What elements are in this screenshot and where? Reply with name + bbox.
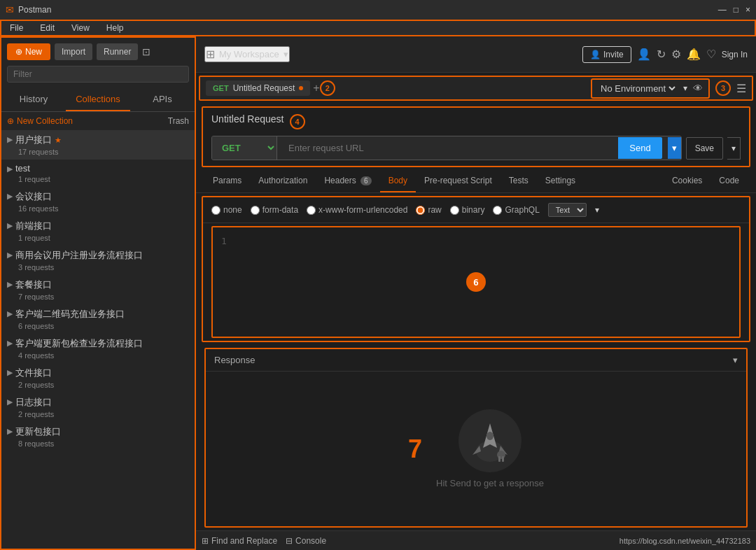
close-btn[interactable]: × — [746, 5, 750, 15]
plus-icon: ⊕ — [15, 47, 22, 57]
body-graphql-option[interactable]: GraphQL — [493, 205, 539, 215]
user-icon-btn[interactable]: 👤 — [637, 48, 651, 61]
body-urlencoded-radio[interactable] — [307, 206, 316, 215]
env-eye-btn[interactable]: 👁 — [693, 83, 703, 94]
req-tab-headers[interactable]: Headers 6 — [316, 170, 379, 192]
svg-rect-4 — [502, 456, 504, 462]
import-button[interactable]: Import — [55, 43, 92, 60]
line-number: 1 — [221, 236, 227, 246]
body-section: none form-data x-www-form-urlencoded raw… — [202, 196, 750, 342]
req-tab-prerequest[interactable]: Pre-request Script — [416, 170, 500, 192]
collection-count: 1 request — [15, 234, 189, 242]
new-collection-btn[interactable]: ⊕ New Collection — [7, 116, 73, 126]
runner-button[interactable]: Runner — [97, 43, 138, 60]
body-graphql-radio[interactable] — [493, 206, 502, 215]
collection-item[interactable]: ▶ 客户端二维码充值业务接口 6 requests — [1, 304, 195, 334]
body-badge: 6 — [466, 272, 486, 292]
collection-item[interactable]: ▶ test 1 request — [1, 160, 195, 187]
menu-edit[interactable]: Edit — [37, 22, 57, 34]
collection-item[interactable]: ▶ 更新包接口 8 requests — [1, 422, 195, 451]
workspace-dropdown-icon: ▾ — [284, 49, 288, 59]
body-raw-radio[interactable] — [416, 206, 425, 215]
request-title-area: Untitled Request 4 — [203, 108, 749, 136]
workspace-label: My Workspace — [219, 49, 279, 59]
request-tab[interactable]: GET Untitled Request — [206, 80, 310, 96]
collection-item[interactable]: ▶ 会议接口 16 requests — [1, 187, 195, 216]
collection-count: 3 requests — [15, 263, 189, 272]
body-binary-radio[interactable] — [450, 206, 459, 215]
body-options: none form-data x-www-form-urlencoded raw… — [203, 197, 749, 223]
collection-item[interactable]: ▶ 文件接口 2 requests — [1, 363, 195, 393]
body-none-radio[interactable] — [211, 206, 220, 215]
minimize-btn[interactable]: — — [718, 5, 727, 15]
collection-count: 17 requests — [15, 148, 189, 156]
filter-input[interactable] — [7, 66, 189, 83]
settings-icon-btn[interactable]: ⚙ — [671, 48, 681, 61]
title-bar-left: ✉ Postman — [6, 4, 51, 15]
notification-icon-btn[interactable]: 🔔 — [687, 48, 701, 61]
tab-method: GET — [213, 84, 229, 92]
refresh-icon-btn[interactable]: ↻ — [657, 48, 666, 61]
body-raw-option[interactable]: raw — [416, 205, 441, 215]
trash-btn[interactable]: Trash — [168, 116, 189, 126]
text-dropdown[interactable]: Text — [548, 203, 587, 217]
find-replace-btn[interactable]: ⊞ Find and Replace — [202, 536, 277, 546]
menu-bar: File Edit View Help — [0, 20, 756, 36]
req-tab-body[interactable]: Body — [380, 170, 416, 192]
collection-item[interactable]: ▶ 商用会议用户注册业务流程接口 3 requests — [1, 246, 195, 275]
req-tab-tests[interactable]: Tests — [500, 170, 537, 192]
env-dropdown[interactable]: No Environment — [598, 83, 678, 94]
cookies-link[interactable]: Cookies — [664, 170, 710, 192]
folder-icon: ▶ — [7, 427, 13, 436]
env-settings-btn[interactable]: ☰ — [736, 82, 746, 95]
collection-item[interactable]: ▶ 用户接口 ★ 17 requests — [1, 130, 195, 160]
req-tab-settings[interactable]: Settings — [537, 170, 584, 192]
req-tab-params[interactable]: Params — [204, 170, 250, 192]
save-dropdown-btn[interactable]: ▾ — [727, 137, 741, 160]
menu-help[interactable]: Help — [104, 22, 127, 34]
method-select[interactable]: GET POST PUT DELETE PATCH — [212, 136, 277, 160]
save-btn[interactable]: Save — [686, 137, 723, 160]
app-icon: ✉ — [6, 4, 14, 15]
collection-item[interactable]: ▶ 客户端更新包检查业务流程接口 4 requests — [1, 334, 195, 363]
body-none-option[interactable]: none — [211, 205, 242, 215]
response-dropdown[interactable]: ▾ — [733, 355, 738, 365]
menu-view[interactable]: View — [69, 22, 92, 34]
sidebar-tabs: History Collections APIs — [1, 88, 195, 112]
workspace-btn[interactable]: ⊞ My Workspace ▾ — [204, 46, 290, 62]
url-input[interactable] — [283, 137, 612, 159]
favorites-icon-btn[interactable]: ♡ — [706, 48, 716, 61]
tab-apis[interactable]: APIs — [130, 88, 195, 111]
invite-btn[interactable]: 👤 Invite — [582, 46, 631, 63]
env-badge: 3 — [715, 80, 731, 96]
tab-history[interactable]: History — [1, 88, 66, 111]
url-bar-wrapper: GET POST PUT DELETE PATCH Send ▾ Save ▾ — [211, 136, 741, 160]
new-button[interactable]: ⊕ My Workspace New — [7, 43, 50, 60]
console-btn[interactable]: ⊟ Console — [286, 536, 326, 546]
folder-icon: ▶ — [7, 368, 13, 377]
body-urlencoded-option[interactable]: x-www-form-urlencoded — [307, 205, 407, 215]
body-formdata-radio[interactable] — [251, 206, 260, 215]
sidebar-expand-btn[interactable]: ⊡ — [142, 46, 150, 57]
folder-icon: ▶ — [7, 221, 13, 230]
collection-count: 2 requests — [15, 410, 189, 418]
body-binary-option[interactable]: binary — [450, 205, 485, 215]
find-replace-icon: ⊞ — [202, 536, 209, 546]
code-link[interactable]: Code — [710, 170, 748, 192]
req-tab-auth[interactable]: Authorization — [250, 170, 316, 192]
url-bar: GET POST PUT DELETE PATCH Send ▾ — [211, 136, 682, 160]
body-editor[interactable]: 1 6 — [211, 226, 741, 338]
body-formdata-option[interactable]: form-data — [251, 205, 298, 215]
menu-file[interactable]: File — [7, 22, 26, 34]
signin-btn[interactable]: Sign In — [722, 50, 748, 59]
collection-item[interactable]: ▶ 前端接口 1 request — [1, 216, 195, 246]
maximize-btn[interactable]: □ — [734, 5, 738, 15]
send-btn[interactable]: Send — [618, 137, 662, 159]
collection-item[interactable]: ▶ 日志接口 2 requests — [1, 393, 195, 422]
collection-name: 日志接口 — [15, 396, 189, 409]
collection-item[interactable]: ▶ 套餐接口 7 requests — [1, 275, 195, 304]
env-selector[interactable]: No Environment ▾ 👁 — [591, 78, 710, 99]
tab-collections[interactable]: Collections — [66, 88, 130, 111]
send-dropdown-btn[interactable]: ▾ — [668, 137, 681, 159]
tab-plus-btn[interactable]: + — [313, 82, 319, 94]
